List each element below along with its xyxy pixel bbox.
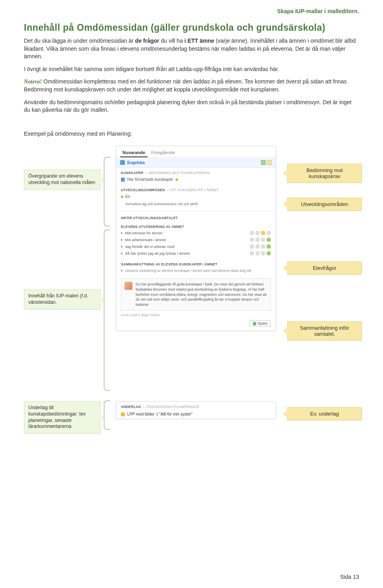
callout-left-underlag: Underlag till kunskapsbedömningar: tex p…	[24, 401, 101, 433]
kunskaper-row: Har förväntade kunskaper	[116, 176, 276, 185]
sammanfattning-sub: Lärarens utvärdering av elevens kunskape…	[116, 267, 276, 276]
bullet-icon	[121, 253, 122, 254]
callout-left-iup: Innehåll från IUP-malen (f.d. vänstersid…	[24, 289, 101, 309]
question-row-3: Jag förstår det vi arbetar med	[116, 243, 276, 250]
expand-icon	[120, 160, 125, 165]
brace-3	[104, 400, 110, 430]
page-header: Skapa IUP-mallar i malleditorn.	[24, 8, 359, 14]
checkbox-icon	[121, 178, 125, 182]
section-infor-label: INFÖR UTVECKLINGSSAMTALET	[116, 213, 276, 221]
panel-tabs: Nuvarande Föregående	[116, 146, 276, 158]
section-sammanfattning-label: SAMMANFATTNING AV ELEVENS KUNSKAPER I ÄM…	[116, 257, 276, 267]
section-underlag-label: UNDERLAG — PEDAGOGISKA PLANERINGAR	[116, 402, 276, 410]
subject-row[interactable]: Engelska	[116, 158, 276, 168]
paragraph-1: Det du ska lägga in under omdömessidan ä…	[24, 37, 359, 61]
section-kunskaper-label: KUNSKAPER — BEDÖMNING MOT KUNSKAPSKRAV	[116, 168, 276, 176]
save-button[interactable]: Spara	[249, 320, 271, 327]
utveckling-row: En	[116, 193, 276, 202]
avatar-icon	[124, 282, 132, 290]
example-panel: Nuvarande Föregående Engelska KUNSKAPER …	[116, 146, 276, 331]
paragraph-2: I övrigt är innehållet här samma som tid…	[24, 65, 359, 73]
section-utveckling-label: UTVECKLINGSOMRÅDEN — ATT FOKUSERA PÅ I Ä…	[116, 185, 276, 193]
flag-icon	[176, 178, 178, 181]
utveckling-desc: formulera sig och kommunicera i tal och …	[116, 202, 276, 209]
lpp-row[interactable]: LPP med bilder :) "Allt för min syster"	[116, 410, 276, 419]
bullet-icon	[121, 232, 122, 234]
underlag-panel: UNDERLAG — PEDAGOGISKA PLANERINGAR LPP m…	[116, 401, 276, 419]
question-row-2: Min arbetsinsats i ämnet	[116, 236, 276, 243]
tab-current[interactable]: Nuvarande	[120, 148, 148, 157]
question-row-4: Så här tycker jag att jag lyckas i ämnet	[116, 250, 276, 257]
bullet-icon	[121, 239, 122, 241]
smiley-rating[interactable]	[250, 231, 271, 235]
callout-right-utveckling: Utvecklingsområden	[287, 198, 362, 211]
summary-text: Du har grundläggande till goda kunskaper…	[136, 282, 267, 307]
question-row-1: Mitt intresse för ämnet	[116, 230, 276, 236]
page-footer: Sida 13	[340, 574, 359, 580]
status-badge-green	[261, 160, 266, 165]
doc-icon	[121, 412, 125, 416]
bullet-icon	[121, 270, 122, 271]
smiley-rating[interactable]	[250, 251, 271, 255]
callout-right-sammanfattning: Sammanfattning inför samtalet.	[287, 321, 362, 341]
callout-left-overview: Övergripande om elevens utveckling mot n…	[24, 170, 101, 189]
summary-meta: Lena Lund 5 dagar sedan	[116, 313, 276, 319]
callout-right-elevfragor: Elevfrågor	[287, 261, 362, 275]
paragraph-3: Notera! Omdömessidan kompletteras med en…	[24, 78, 359, 93]
section-elev-label: ELEVENS UTVÄRDERING AV ÄMNET	[116, 221, 276, 230]
smiley-rating[interactable]	[250, 238, 271, 242]
example-label: Exempel på omdömesvy med en Planering:	[24, 130, 359, 138]
brace-1	[104, 157, 110, 226]
bullet-icon	[121, 246, 122, 247]
notera-label: Notera!	[24, 79, 42, 85]
callout-right-bedomning: Bedömning mot kunskapskrav	[287, 164, 362, 183]
paragraph-4: Använder du bedömningsmatris och/eller p…	[24, 99, 359, 114]
page-title: Innehåll på Omdömessidan (gäller grundsk…	[24, 22, 359, 33]
tab-previous[interactable]: Föregående	[149, 148, 177, 156]
status-badge-yellow	[267, 160, 272, 165]
callout-right-underlag: Ev. underlag	[287, 407, 362, 420]
example-diagram: Övergripande om elevens utveckling mot n…	[24, 146, 359, 441]
subject-name: Engelska	[127, 160, 260, 165]
smiley-rating[interactable]	[250, 244, 271, 249]
summary-box: Du har grundläggande till goda kunskaper…	[121, 278, 271, 311]
brace-2	[104, 230, 110, 391]
bullet-icon	[121, 196, 123, 198]
